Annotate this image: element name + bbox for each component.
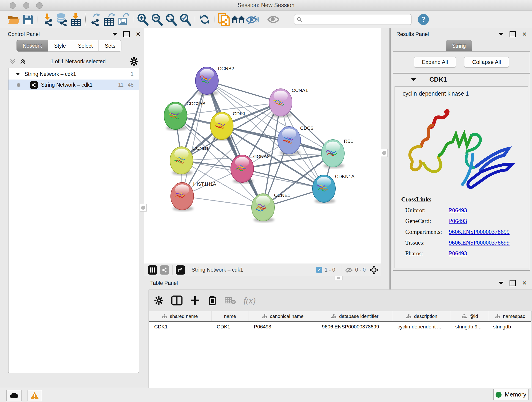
network-node-RB1[interactable] [322, 140, 344, 168]
show-all-eye-icon[interactable] [266, 12, 280, 27]
export-image-icon[interactable] [116, 12, 131, 27]
column-header-namespac[interactable]: namespac [489, 311, 532, 321]
table-toolbar: f(x) [148, 289, 532, 312]
protein-header[interactable]: CDK1 [393, 74, 530, 85]
table-panel-maximize-icon[interactable] [510, 280, 516, 286]
protein-expander-icon[interactable] [411, 78, 416, 81]
network-node-HIST1H1A[interactable] [171, 182, 194, 211]
function-builder-icon[interactable]: f(x) [244, 295, 256, 306]
control-panel: Control Panel ✕ NetworkStyleSelectSets 1… [2, 29, 144, 382]
node-label-RB1: RB1 [344, 138, 353, 144]
canvas-right-splitter-handle[interactable] [381, 149, 388, 157]
fit-content-crosshair-icon[interactable] [369, 265, 379, 274]
tab-select[interactable]: Select [72, 40, 99, 51]
control-panel-close-icon[interactable]: ✕ [136, 31, 141, 37]
network-node-CCNB2[interactable] [196, 67, 218, 96]
column-header-shared-name[interactable]: shared name [149, 311, 211, 321]
network-node-CDKN1A[interactable] [312, 175, 336, 204]
network-edge-HIST1H1A-CCNE1 [182, 196, 263, 207]
results-panel-float-icon[interactable] [499, 33, 504, 36]
network-node-CCNE1[interactable] [252, 194, 274, 222]
network-node-CCNA2[interactable] [231, 155, 254, 184]
export-network-icon[interactable] [88, 12, 102, 27]
table-cell[interactable]: stringdb:9... [450, 322, 488, 332]
network-options-gear-icon[interactable] [130, 57, 138, 66]
zoom-out-icon[interactable] [150, 12, 164, 27]
protein-result-box: CDK1 cyclin-dependent kinase 1 [393, 73, 530, 271]
table-panel-float-icon[interactable] [499, 282, 504, 285]
table-cell[interactable]: P06493 [248, 322, 317, 332]
houses-icon[interactable] [231, 12, 245, 27]
network-node-CDC25B[interactable] [164, 102, 187, 131]
save-session-icon[interactable] [21, 12, 35, 27]
results-panel-close-icon[interactable]: ✕ [522, 31, 527, 37]
crosslink-value-link[interactable]: P06493 [449, 250, 467, 257]
expand-all-button[interactable]: Expand All [414, 57, 456, 68]
refresh-icon[interactable] [197, 12, 212, 27]
tab-network[interactable]: Network [17, 40, 48, 51]
create-column-plus-icon[interactable] [190, 296, 200, 305]
node-label-CCNB1: CCNB1 [192, 146, 209, 151]
string-view-icon[interactable] [160, 265, 169, 274]
tab-style[interactable]: Style [48, 40, 72, 51]
collapse-all-button[interactable]: Collapse All [464, 57, 509, 68]
table-cell[interactable]: CDK1 [211, 322, 248, 332]
export-table-icon[interactable] [102, 12, 116, 27]
help-icon[interactable]: ? [418, 14, 429, 25]
zoom-selected-icon[interactable] [178, 12, 192, 27]
network-canvas[interactable]: CCNB2CCNA1CDC25BCDK1CDC6RB1CCNB1CCNA2CDK… [144, 28, 381, 264]
hidden-eye-icon[interactable] [345, 267, 353, 273]
column-header-name[interactable]: name [211, 311, 249, 321]
column-header-description[interactable]: description [393, 311, 451, 321]
import-network-database-icon[interactable] [55, 12, 69, 27]
open-session-icon[interactable] [7, 12, 21, 27]
show-columns-icon[interactable] [171, 295, 183, 306]
control-panel-float-icon[interactable] [112, 33, 117, 36]
column-header-database-identifier[interactable]: database identifier [317, 311, 393, 321]
cloud-button[interactable] [6, 390, 22, 401]
table-cell[interactable]: cyclin-dependent ... [392, 322, 450, 332]
network-row-selected[interactable]: String Network – cdk1 11 48 [8, 80, 139, 90]
network-node-CCNA1[interactable] [269, 89, 292, 117]
collection-expander-icon[interactable] [15, 72, 20, 77]
zoom-in-icon[interactable] [136, 12, 150, 27]
tab-sets[interactable]: Sets [99, 40, 121, 51]
crosslink-value-link[interactable]: P06493 [449, 218, 467, 225]
crosslink-value-link[interactable]: 9606.ENSP00000378699 [449, 229, 510, 235]
memory-button[interactable]: Memory [493, 389, 529, 400]
column-header-@id[interactable]: @id [451, 311, 489, 321]
network-collection-row[interactable]: String Network – cdk1 1 [8, 69, 139, 80]
network-node-CDK1[interactable] [210, 112, 233, 141]
table-options-gear-icon[interactable] [154, 296, 163, 305]
results-panel-maximize-icon[interactable] [510, 31, 516, 37]
column-header-canonical-name[interactable]: canonical name [249, 311, 317, 321]
table-cell[interactable]: stringdb [488, 322, 530, 332]
grid-view-icon[interactable] [148, 265, 157, 274]
network-node-CCNB1[interactable] [170, 147, 193, 175]
expand-all-icon[interactable] [19, 57, 27, 65]
crosslink-row: GeneCard:P06493 [401, 218, 528, 225]
zoom-fit-icon[interactable] [164, 12, 178, 27]
search-input[interactable] [302, 16, 409, 23]
crosslinks-section: CrossLinks Uniprot:P06493GeneCard:P06493… [395, 196, 528, 257]
open-in-new-window-icon[interactable] [176, 265, 185, 274]
string-copy-network-icon[interactable] [217, 12, 231, 27]
import-network-icon[interactable] [40, 12, 55, 27]
collapse-all-icon[interactable] [9, 57, 17, 65]
control-panel-maximize-icon[interactable] [123, 31, 130, 37]
crosslink-value-link[interactable]: P06493 [449, 207, 467, 214]
hide-selected-eye-icon[interactable] [245, 12, 259, 27]
table-panel-close-icon[interactable]: ✕ [522, 280, 527, 286]
table-cell[interactable]: 9606.ENSP00000378699 [317, 322, 392, 332]
tab-string[interactable]: String [446, 40, 472, 51]
selected-nodes-checkbox[interactable]: ✓ [316, 267, 322, 273]
import-table-icon[interactable] [69, 12, 83, 27]
table-row[interactable]: CDK1CDK1P064939606.ENSP00000378699cyclin… [149, 322, 531, 332]
table-cell[interactable]: CDK1 [149, 322, 211, 332]
canvas-left-splitter-handle[interactable] [140, 204, 147, 211]
warning-button[interactable] [27, 390, 42, 401]
crosslink-value-link[interactable]: 9606.ENSP00000378699 [449, 239, 510, 246]
delete-table-icon[interactable] [225, 296, 236, 305]
delete-column-trash-icon[interactable] [208, 295, 217, 306]
network-node-CDC6[interactable] [278, 127, 301, 155]
